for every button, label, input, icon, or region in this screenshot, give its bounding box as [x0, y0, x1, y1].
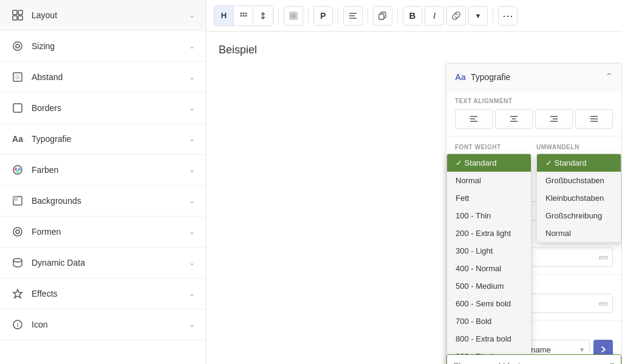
sidebar-item-borders[interactable]: Borders ⌄ — [0, 93, 206, 124]
sidebar-item-icon-label: Icon — [32, 320, 47, 329]
panel-title: Typografie — [471, 72, 510, 82]
panel-close-button[interactable]: ⌃ — [605, 71, 613, 83]
sidebar-item-layout[interactable]: Layout ⌄ — [0, 0, 206, 31]
formen-icon — [11, 225, 24, 238]
italic-button[interactable]: I — [425, 6, 444, 25]
fw-item-200[interactable]: 200 - Extra light — [447, 224, 531, 242]
fw-item-500[interactable]: 500 - Medium — [447, 277, 531, 295]
svg-point-22 — [242, 12, 244, 14]
ud-item-grossschreibung[interactable]: Großschreibung — [537, 207, 621, 224]
toolbar-sep-3 — [338, 8, 338, 23]
svg-point-24 — [240, 15, 242, 16]
text-alignment-section: TEXT ALIGNMENT — [446, 90, 621, 136]
sidebar-item-farben[interactable]: Farben ⌄ — [0, 155, 206, 186]
main-content: H — [207, 0, 622, 364]
sidebar-item-sizing-label: Sizing — [32, 41, 55, 51]
heading-button[interactable]: H — [214, 6, 234, 25]
fw-item-400[interactable]: 400 - Normal — [447, 260, 531, 277]
fw-item-standard[interactable]: ✓ Standard — [447, 154, 531, 172]
svg-point-23 — [245, 12, 247, 14]
fw-item-fett[interactable]: Fett — [447, 189, 531, 207]
sidebar-item-dynamic-data-label: Dynamic Data — [32, 258, 85, 268]
formen-chevron-icon: ⌄ — [189, 228, 195, 236]
text-alignment-label: TEXT ALIGNMENT — [455, 98, 613, 104]
svg-point-21 — [240, 12, 242, 14]
ud-item-normal[interactable]: Normal — [537, 224, 621, 242]
sidebar-item-dynamic-data[interactable]: Dynamic Data ⌄ — [0, 248, 206, 278]
layout-chevron-icon: ⌄ — [189, 11, 195, 19]
editor-text: Beispiel — [219, 44, 257, 56]
svg-point-15 — [13, 228, 22, 236]
sizing-chevron-icon: ⌄ — [189, 42, 195, 50]
sidebar-item-icon[interactable]: i Icon ⌄ — [0, 309, 206, 340]
svg-rect-33 — [379, 14, 384, 19]
paragraph-button[interactable]: P — [313, 6, 333, 25]
svg-point-17 — [13, 258, 22, 262]
ud-item-gross[interactable]: Großbuchstaben — [537, 172, 621, 189]
panel-header: Aa Typografie ⌃ — [446, 64, 621, 90]
effects-icon — [11, 287, 24, 300]
schriftfamilie-dropdown: ▼ SYSTEM FONTS Arial Helvetica Times New… — [446, 354, 621, 364]
svg-rect-8 — [13, 104, 22, 112]
sidebar-item-formen[interactable]: Formen ⌄ — [0, 217, 206, 248]
svg-rect-7 — [15, 75, 20, 79]
toolbar-sep-1 — [278, 8, 279, 23]
schrift-search-chevron-icon: ▼ — [609, 361, 616, 364]
toolbar-sep-6 — [493, 8, 493, 23]
effects-chevron-icon: ⌄ — [189, 289, 195, 298]
copy-button[interactable] — [373, 6, 392, 25]
typography-panel: Aa Typografie ⌃ TEXT ALIGNMENT — [446, 63, 622, 364]
sidebar-item-formen-label: Formen — [32, 227, 61, 237]
bold-button[interactable]: B — [403, 6, 422, 25]
sidebar-item-abstand[interactable]: Abstand ⌄ — [0, 62, 206, 93]
toolbar-sep-2 — [308, 8, 309, 23]
sidebar-item-typografie[interactable]: Aa Typografie ⌄ — [0, 124, 206, 155]
svg-rect-1 — [18, 10, 22, 15]
backgrounds-chevron-icon: ⌄ — [189, 197, 195, 205]
abstand-icon — [11, 70, 24, 84]
sidebar-item-effects[interactable]: Effects ⌄ — [0, 278, 206, 309]
align-justify-button[interactable] — [575, 109, 613, 129]
typografie-chevron-icon: ⌄ — [189, 135, 195, 143]
panel-header-icon: Aa — [455, 72, 466, 82]
more-arrow-button[interactable]: ▼ — [468, 6, 488, 25]
font-weight-section: FONT WEIGHT Standard ▼ UMWANDELN — [446, 136, 621, 183]
icon-icon: i — [11, 318, 24, 331]
sidebar-item-typografie-label: Typografie — [32, 134, 71, 144]
svg-marker-18 — [13, 289, 22, 298]
schrift-search-input[interactable] — [447, 355, 621, 364]
align-left-button[interactable] — [455, 109, 493, 129]
fw-item-100[interactable]: 100 - Thin — [447, 207, 531, 224]
block-button[interactable] — [284, 6, 303, 25]
more-button[interactable]: ⋯ — [498, 6, 518, 25]
app-container: Layout ⌄ Sizing ⌄ — [0, 0, 622, 364]
editor-area[interactable]: Beispiel Aa Typografie ⌃ TEXT ALIGNMENT — [207, 32, 622, 364]
sidebar-item-sizing[interactable]: Sizing ⌄ — [0, 31, 206, 62]
align-right-button[interactable] — [535, 109, 573, 129]
backgrounds-icon — [11, 194, 24, 207]
link-button[interactable] — [446, 6, 466, 25]
farben-icon — [11, 163, 24, 177]
zeichenabstand-unit: em — [599, 300, 608, 307]
svg-point-4 — [13, 42, 22, 50]
borders-chevron-icon: ⌄ — [189, 104, 195, 112]
fw-item-300[interactable]: 300 - Light — [447, 242, 531, 260]
fw-item-normal[interactable]: Normal — [447, 172, 531, 189]
sidebar-item-borders-label: Borders — [32, 103, 61, 113]
sidebar-item-backgrounds[interactable]: Backgrounds ⌄ — [0, 186, 206, 217]
ud-item-standard[interactable]: ✓ Standard — [537, 154, 621, 172]
sizing-icon — [11, 39, 24, 53]
fw-item-800[interactable]: 800 - Extra bold — [447, 330, 531, 348]
svg-point-16 — [16, 230, 19, 234]
svg-rect-2 — [13, 16, 17, 20]
svg-point-11 — [18, 168, 21, 171]
align-button[interactable] — [343, 6, 363, 25]
toolbar-sep-4 — [367, 8, 368, 23]
fw-item-700[interactable]: 700 - Bold — [447, 312, 531, 330]
fw-item-600[interactable]: 600 - Semi bold — [447, 295, 531, 312]
grid-button[interactable] — [234, 6, 253, 25]
umwandeln-label: UMWANDELN — [536, 144, 613, 150]
align-center-button[interactable] — [495, 109, 533, 129]
ud-item-klein[interactable]: Kleinbuchstaben — [537, 189, 621, 207]
arrows-button[interactable] — [253, 6, 273, 25]
